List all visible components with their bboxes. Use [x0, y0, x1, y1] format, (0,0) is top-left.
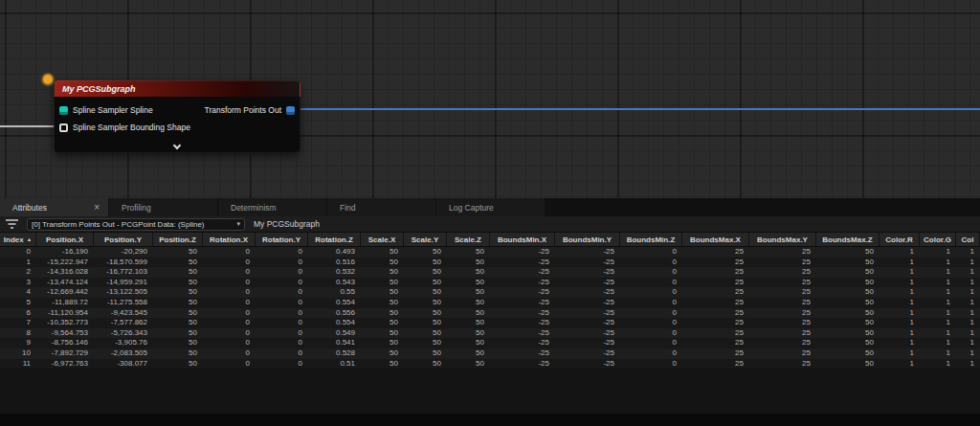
wire-transform-points-out: [301, 108, 980, 110]
table-cell: 50: [361, 267, 404, 278]
table-cell: 3: [0, 278, 36, 288]
table-row[interactable]: 2-14,316.028-16,772.10350000.532505050-2…: [0, 267, 980, 278]
column-header[interactable]: Color.R: [880, 233, 920, 246]
close-icon[interactable]: ×: [94, 203, 100, 213]
data-source-dropdown[interactable]: [0] Transform Points Out - PCGPoint Data…: [27, 218, 245, 231]
table-cell: 0: [203, 338, 256, 348]
table-cell: -13,474.124: [36, 278, 94, 288]
table-cell: 50: [816, 258, 880, 268]
column-header[interactable]: Position.Z: [153, 233, 203, 246]
table-cell: -25: [555, 359, 620, 370]
table-cell: 50: [153, 258, 203, 268]
table-cell: 0: [256, 267, 308, 278]
table-cell: -14,959.291: [94, 278, 153, 288]
table-row[interactable]: 4-12,669.442-13,122.50550000.55505050-25…: [0, 287, 980, 298]
table-cell: 0: [620, 318, 682, 328]
tab-determinism[interactable]: Determinism: [218, 198, 326, 216]
table-cell: 1: [920, 308, 956, 319]
column-header[interactable]: Scale.X: [361, 233, 404, 246]
tab-log-capture[interactable]: Log Capture: [436, 198, 545, 216]
table-cell: 0: [203, 318, 256, 328]
table-row[interactable]: 7-10,352.773-7,577.86250000.554505050-25…: [0, 318, 980, 328]
bounding-shape-pin-icon[interactable]: [59, 123, 68, 132]
table-cell: 1: [880, 247, 920, 258]
column-header[interactable]: Index▲: [0, 233, 36, 246]
graph-canvas[interactable]: My PCGSubgraph Spline Sampler Spline Tra…: [0, 0, 980, 198]
pcg-subgraph-node[interactable]: My PCGSubgraph Spline Sampler Spline Tra…: [54, 80, 301, 153]
filter-icon[interactable]: [6, 219, 18, 229]
column-header[interactable]: Rotation.X: [203, 233, 256, 246]
pin-spline-sampler-bounding-shape[interactable]: Spline Sampler Bounding Shape: [59, 123, 190, 132]
tab-profiling[interactable]: Profiling: [109, 198, 217, 216]
table-cell: -7,892.729: [36, 348, 94, 359]
table-row[interactable]: 6-11,120.954-9,423.54550000.556505050-25…: [0, 308, 980, 319]
table-cell: -15,222.947: [36, 258, 94, 268]
table-row[interactable]: 0-16,190-20,29050000.493505050-25-250252…: [0, 247, 980, 258]
reroute-node[interactable]: [41, 73, 55, 86]
column-header[interactable]: Rotation.Y: [256, 233, 308, 246]
column-header[interactable]: BoundsMin.X: [490, 233, 555, 246]
tab-find[interactable]: Find: [327, 198, 435, 216]
table-cell: 1: [880, 298, 920, 308]
table-cell: 1: [880, 308, 920, 319]
pin-transform-points-out[interactable]: Transform Points Out: [205, 105, 295, 115]
table-row[interactable]: 8-9,564.753-5,726.34350000.549505050-25-…: [0, 328, 980, 339]
tab-label: Profiling: [122, 203, 151, 213]
table-cell: 25: [682, 278, 749, 288]
table-row[interactable]: 3-13,474.124-14,959.29150000.543505050-2…: [0, 278, 980, 288]
column-header[interactable]: Col: [956, 233, 980, 246]
table-cell: 50: [816, 328, 880, 339]
table-cell: 1: [920, 328, 956, 339]
table-cell: 25: [682, 258, 749, 268]
collapse-chevron-icon[interactable]: [174, 145, 180, 148]
column-header[interactable]: BoundsMin.Z: [620, 233, 682, 246]
table-cell: 50: [361, 338, 404, 348]
column-header[interactable]: Scale.Z: [447, 233, 490, 246]
table-header: Index▲Position.XPosition.YPosition.ZRota…: [0, 233, 980, 247]
table-cell: 50: [361, 308, 404, 319]
column-header[interactable]: Scale.Y: [404, 233, 447, 246]
table-cell: 0: [256, 359, 308, 370]
column-header[interactable]: BoundsMax.Z: [816, 233, 880, 246]
pin-spline-sampler-spline[interactable]: Spline Sampler Spline: [59, 105, 153, 115]
table-cell: -16,190: [36, 247, 94, 258]
table-cell: 1: [956, 338, 980, 348]
column-header[interactable]: Position.X: [36, 233, 94, 246]
column-header[interactable]: BoundsMax.X: [682, 233, 749, 246]
table-cell: 1: [880, 258, 920, 268]
column-header[interactable]: Color.G: [920, 233, 956, 246]
dropdown-value: [0] Transform Points Out - PCGPoint Data…: [32, 220, 205, 229]
point-data-pin-icon[interactable]: [286, 106, 295, 115]
table-cell: 0: [203, 247, 256, 258]
table-cell: -9,564.753: [36, 328, 94, 339]
table-cell: -20,290: [94, 247, 153, 258]
attributes-toolbar: [0] Transform Points Out - PCGPoint Data…: [0, 216, 980, 233]
table-cell: 50: [153, 247, 203, 258]
table-cell: 50: [447, 359, 490, 370]
tab-attributes[interactable]: Attributes×: [0, 198, 108, 216]
spline-data-pin-icon[interactable]: [59, 106, 68, 115]
column-header[interactable]: Rotation.Z: [308, 233, 361, 246]
table-cell: -25: [555, 287, 620, 298]
column-header[interactable]: Position.Y: [94, 233, 153, 246]
table-row[interactable]: 5-11,889.72-11,275.55850000.554505050-25…: [0, 298, 980, 308]
table-row[interactable]: 1-15,222.947-18,570.59950000.516505050-2…: [0, 258, 980, 268]
table-cell: 50: [153, 348, 203, 359]
table-cell: -14,316.028: [36, 267, 94, 278]
table-row[interactable]: 11-6,972.763-308.07750000.51505050-25-25…: [0, 359, 980, 370]
table-cell: -25: [490, 278, 555, 288]
tab-label: Find: [340, 203, 356, 213]
table-cell: 25: [682, 247, 749, 258]
column-header[interactable]: BoundsMax.Y: [749, 233, 816, 246]
table-cell: 50: [816, 338, 880, 348]
table-cell: 50: [447, 258, 490, 268]
table-cell: 1: [956, 308, 980, 319]
table-cell: 50: [816, 308, 880, 319]
node-header[interactable]: My PCGSubgraph: [54, 80, 301, 97]
table-row[interactable]: 10-7,892.729-2,083.50550000.528505050-25…: [0, 348, 980, 359]
column-header[interactable]: BoundsMin.Y: [555, 233, 620, 246]
table-cell: 50: [404, 348, 447, 359]
table-row[interactable]: 9-8,756.146-3,905.7650000.541505050-25-2…: [0, 338, 980, 348]
table-cell: 50: [361, 247, 404, 258]
table-cell: 50: [404, 318, 447, 328]
